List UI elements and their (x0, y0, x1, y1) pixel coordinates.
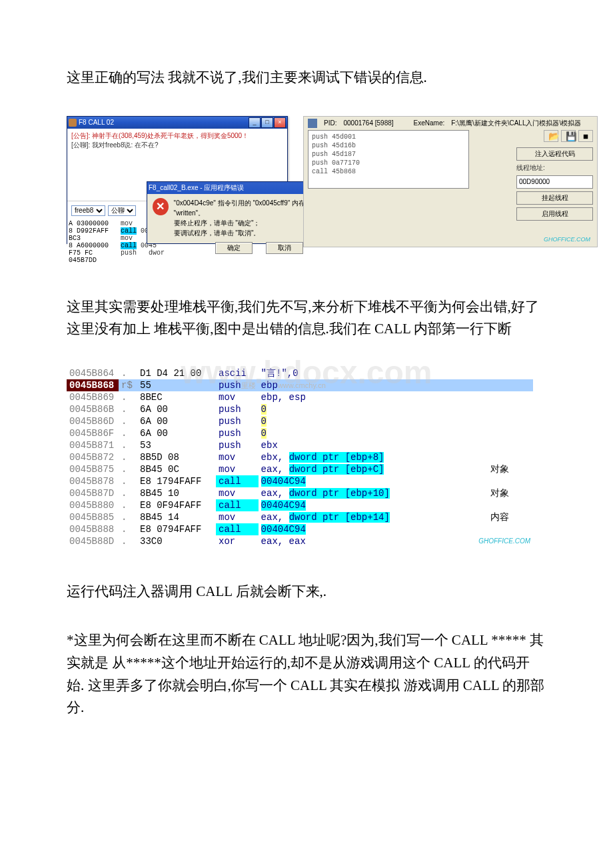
inject-button[interactable]: 注入远程代码 (516, 147, 593, 161)
code-line: push 45d16b (312, 141, 465, 150)
disasm-row[interactable]: 0045B88D.33C0xoreax, eax (67, 535, 533, 547)
thread-addr-input[interactable] (516, 175, 593, 189)
code-line: push 45d001 (312, 133, 465, 141)
error-title: F8_call02_B.exe - 应用程序错误 (149, 183, 244, 193)
code-line: push 45d187 (312, 150, 465, 159)
disasm-row[interactable]: 0045B86B.6A 00push0 (67, 403, 533, 415)
disasm-row[interactable]: 0045B868r$55push里楼ebpwww.cmchy.cn (67, 379, 533, 391)
ok-button[interactable]: 确定 (215, 242, 253, 254)
pid-value: 00001764 [5988] (343, 119, 393, 127)
window-title: F8 CALL 02 (79, 119, 114, 126)
disasm-row[interactable]: 0045B885.8B45 14moveax, dword ptr [ebp+1… (67, 511, 533, 523)
pid-label: PID: (324, 119, 336, 127)
code-injector-panel: PID: 00001764 [5988] ExeName: F:\黑鹰\新建文件… (303, 116, 598, 247)
disasm-row[interactable]: 0045B878.E8 1794FAFFcall00404C94 (67, 475, 533, 487)
disasm-row[interactable]: 0045B872.8B5D 08movebx, dword ptr [ebp+8… (67, 451, 533, 463)
paragraph-2: 这里其实需要处理堆栈平衡,我们先不写,来分析下堆栈不平衡为何会出错,好了 这里没… (67, 296, 546, 341)
app-icon (69, 119, 77, 127)
error-icon: ✕ (153, 198, 169, 215)
screenshot-disassembly: 0045B864.D1 D4 21 00ascii"言!",00045B868r… (67, 367, 533, 547)
paragraph-4: *这里为何会断在这里而不断在 CALL 地址呢?因为,我们写一个 CALL **… (67, 629, 546, 719)
disasm-row[interactable]: 0045B869.8BECmovebp, esp (67, 391, 533, 403)
disasm-row[interactable]: 0045B86F.6A 00push0 (67, 427, 533, 439)
asm-code-input[interactable]: push 45d001push 45d16bpush 45d187push 0a… (308, 130, 469, 189)
chat-line-msg: [公聊]: 我对freeb8说: 在不在? (71, 141, 283, 150)
disasm-row[interactable]: 0045B864.D1 D4 21 00ascii"言!",0 (67, 367, 533, 379)
suspend-thread-button[interactable]: 挂起线程 (516, 191, 593, 205)
save-icon[interactable]: 💾 (561, 130, 576, 142)
disasm-row[interactable]: 0045B880.E8 0F94FAFFcall00404C94 (67, 499, 533, 511)
cancel-button[interactable]: 取消 (266, 242, 303, 254)
watermark-brand: GHOFFICE.COM (544, 236, 590, 243)
disasm-row[interactable]: 0045B87D.8B45 10moveax, dword ptr [ebp+1… (67, 487, 533, 499)
target-select[interactable]: freeb8 (71, 205, 105, 216)
disasm-row[interactable]: 0045B888.E8 0794FAFFcall00404C94 (67, 523, 533, 535)
window-titlebar[interactable]: F8 CALL 02 _ □ × (67, 117, 287, 129)
disasm-row[interactable]: 0045B871.53pushebx (67, 439, 533, 451)
code-line: push 0a77170 (312, 159, 465, 167)
screenshot-error-dialog: F8 CALL 02 _ □ × [公告]: 神射手在(308,459)处杀死千… (67, 116, 593, 263)
code-line: call 45b868 (312, 167, 465, 176)
maximize-button[interactable]: □ (261, 117, 273, 128)
paragraph-1: 这里正确的写法 我就不说了,我们主要来调试下错误的信息. (67, 67, 546, 89)
channel-select[interactable]: 公聊 (108, 205, 136, 216)
watermark-brand-2: GHOFFICE.COM (478, 537, 530, 545)
minimize-button[interactable]: _ (249, 117, 261, 128)
disasm-row[interactable]: 0045B86D.6A 00push0 (67, 415, 533, 427)
exe-label: ExeName: (414, 119, 445, 127)
paragraph-3: 运行代码注入器调用 CALL 后就会断下来,. (67, 581, 546, 603)
injector-icon (308, 119, 317, 128)
exe-value: F:\黑鹰\新建文件夹\CALL入门模拟器\模拟器 (451, 119, 581, 128)
resume-thread-button[interactable]: 启用线程 (516, 207, 593, 221)
thread-addr-label: 线程地址: (516, 163, 593, 173)
open-file-icon[interactable]: 📂 (544, 130, 558, 142)
stop-icon[interactable]: ■ (578, 130, 593, 142)
close-button[interactable]: × (274, 117, 286, 128)
chat-line-announce: [公告]: 神射手在(308,459)处杀死千年老妖，得到奖金5000！ (71, 131, 283, 141)
disasm-row[interactable]: 0045B875.8B45 0Cmoveax, dword ptr [ebp+C… (67, 463, 533, 475)
